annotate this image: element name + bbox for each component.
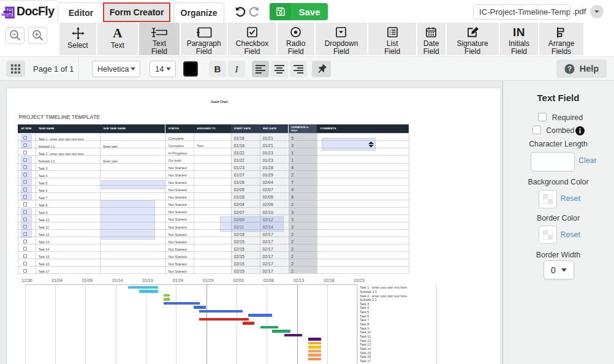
svg-text:?: ? <box>567 65 572 72</box>
